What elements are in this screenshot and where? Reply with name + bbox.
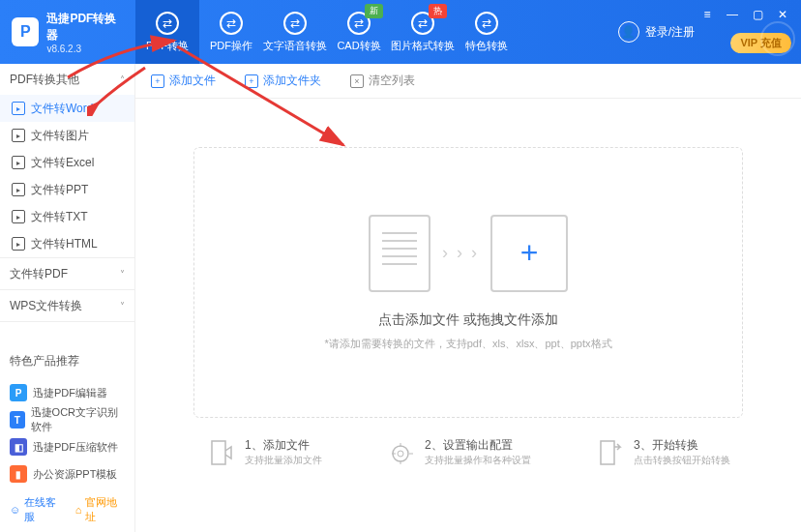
promo-迅捷PDF编辑器[interactable]: P迅捷PDF编辑器 [0,379,134,406]
tool-label: 清空列表 [369,73,415,89]
promo-迅捷OCR文字识别软件[interactable]: T迅捷OCR文字识别软件 [0,406,134,433]
tool-icon: + [245,74,258,88]
sidebar-item-label: 文件转PPT [31,182,88,198]
promo-icon: T [10,411,25,429]
promo-icon: P [10,384,27,401]
sidebar-item-label: 文件转HTML [31,236,98,252]
sidebar-item-文件转TXT[interactable]: ▸文件转TXT [0,203,134,230]
toolbar-添加文件夹[interactable]: +添加文件夹 [245,73,321,89]
nav-icon: ⇄ [156,12,179,35]
chevron-icon: ˅ [120,269,125,280]
drop-subtitle: *请添加需要转换的文件，支持pdf、xls、xlsx、ppt、pptx格式 [324,337,611,351]
footer-icon: ⌂ [75,504,82,516]
nav-label: PDF转换 [146,39,189,53]
app-version: v8.6.2.3 [46,44,124,54]
app-logo-icon: P [12,17,39,46]
step-icon [595,437,624,470]
sidebar-group-1[interactable]: 文件转PDF˅ [0,258,134,289]
file-icon: ▸ [12,237,25,251]
nav-图片格式转换[interactable]: 热⇄图片格式转换 [391,0,455,64]
tool-icon: + [151,74,164,88]
user-icon: 👤 [618,21,639,43]
nav-PDF操作[interactable]: ⇄PDF操作 [199,0,263,64]
drop-area[interactable]: › › › + 点击添加文件 或拖拽文件添加 *请添加需要转换的文件，支持pdf… [193,147,743,418]
sidebar-group-2[interactable]: WPS文件转换˅ [0,290,134,321]
step-sub: 支持批量操作和各种设置 [425,454,531,467]
sidebar-item-文件转PPT[interactable]: ▸文件转PPT [0,176,134,203]
nav-icon: ⇄ [283,12,307,35]
step-icon [386,437,415,470]
promo-label: 迅捷OCR文字识别软件 [31,405,125,434]
nav-特色转换[interactable]: ⇄特色转换 [455,0,519,64]
step-1: 1、添加文件支持批量添加文件 [206,437,322,470]
sidebar-item-文件转Word[interactable]: ▸文件转Word [0,95,134,122]
tool-label: 添加文件夹 [263,73,321,89]
nav-label: PDF操作 [210,39,252,53]
file-icon: ▸ [12,102,25,115]
sidebar-group-0[interactable]: PDF转换其他˄ [0,64,134,95]
login-label: 登录/注册 [645,24,695,41]
sidebar-item-文件转图片[interactable]: ▸文件转图片 [0,122,134,149]
promo-label: 迅捷PDF压缩软件 [33,440,118,455]
file-icon: ▸ [12,156,25,169]
menu-icon[interactable]: ≡ [698,6,716,23]
sidebar-item-label: 文件转Word [31,101,93,117]
svg-point-1 [398,451,403,457]
nav-PDF转换[interactable]: ⇄PDF转换 [135,0,199,64]
sidebar-item-文件转Excel[interactable]: ▸文件转Excel [0,149,134,176]
step-title: 3、开始转换 [634,437,730,454]
maximize-button[interactable]: ▢ [749,6,766,23]
nav-icon: ⇄ [475,12,498,35]
step-sub: 支持批量添加文件 [245,454,322,467]
chevron-icon: ˄ [120,74,125,85]
promo-迅捷PDF压缩软件[interactable]: ◧迅捷PDF压缩软件 [0,433,134,460]
nav-label: 文字语音转换 [263,39,327,53]
promo-办公资源PPT模板[interactable]: ▮办公资源PPT模板 [0,460,134,488]
nav-icon: ⇄ [220,12,243,35]
promo-label: 办公资源PPT模板 [33,467,117,482]
promo-icon: ▮ [10,465,27,483]
step-sub: 点击转换按钮开始转换 [634,454,730,467]
step-icon [206,437,235,470]
file-icon: ▸ [12,183,25,196]
drop-title: 点击添加文件 或拖拽文件添加 [378,311,558,329]
sidebar-item-文件转HTML[interactable]: ▸文件转HTML [0,230,134,257]
app-header: P 迅捷PDF转换器 v8.6.2.3 ⇄PDF转换⇄PDF操作⇄文字语音转换新… [0,0,801,64]
sidebar-item-label: 文件转图片 [31,128,89,144]
nav-文字语音转换[interactable]: ⇄文字语音转换 [263,0,327,64]
main-nav: ⇄PDF转换⇄PDF操作⇄文字语音转换新⇄CAD转换热⇄图片格式转换⇄特色转换 [135,0,519,64]
login-button[interactable]: 👤 登录/注册 [618,21,695,43]
footer-link-1[interactable]: ⌂官网地址 [75,495,125,524]
badge-icon: 新 [365,4,383,18]
file-icon: ▸ [12,210,25,223]
toolbar-清空列表[interactable]: ×清空列表 [350,73,415,89]
main-area: +添加文件+添加文件夹×清空列表 › › › + 点击添加文件 或拖拽文件添加 … [135,64,801,532]
tool-icon: × [350,74,364,88]
logo-area: P 迅捷PDF转换器 v8.6.2.3 [0,11,135,54]
add-file-icon: + [490,215,568,292]
tool-label: 添加文件 [169,73,216,89]
sidebar-item-label: 文件转Excel [31,155,94,171]
arrows-icon: › › › [442,243,479,263]
sidebar: PDF转换其他˄▸文件转Word▸文件转图片▸文件转Excel▸文件转PPT▸文… [0,64,135,532]
footer-icon: ☺ [10,504,20,516]
promo-label: 迅捷PDF编辑器 [33,386,107,400]
drop-illustration: › › › + [369,215,568,292]
app-title: 迅捷PDF转换器 [46,11,124,44]
document-icon [369,215,430,292]
promo-icon: ◧ [10,438,27,456]
step-2: 2、设置输出配置支持批量操作和各种设置 [386,437,531,470]
step-title: 2、设置输出配置 [425,437,531,454]
nav-CAD转换[interactable]: 新⇄CAD转换 [327,0,391,64]
file-icon: ▸ [12,129,25,142]
footer-link-0[interactable]: ☺在线客服 [10,495,64,524]
nav-label: 图片格式转换 [391,39,455,53]
globe-decoration [760,21,795,56]
steps-guide: 1、添加文件支持批量添加文件2、设置输出配置支持批量操作和各种设置3、开始转换点… [135,437,801,480]
sidebar-item-label: 文件转TXT [31,209,88,225]
step-title: 1、添加文件 [245,437,322,454]
minimize-button[interactable]: — [724,6,741,23]
nav-label: CAD转换 [337,39,380,53]
toolbar-添加文件[interactable]: +添加文件 [151,73,216,89]
step-3: 3、开始转换点击转换按钮开始转换 [595,437,730,470]
